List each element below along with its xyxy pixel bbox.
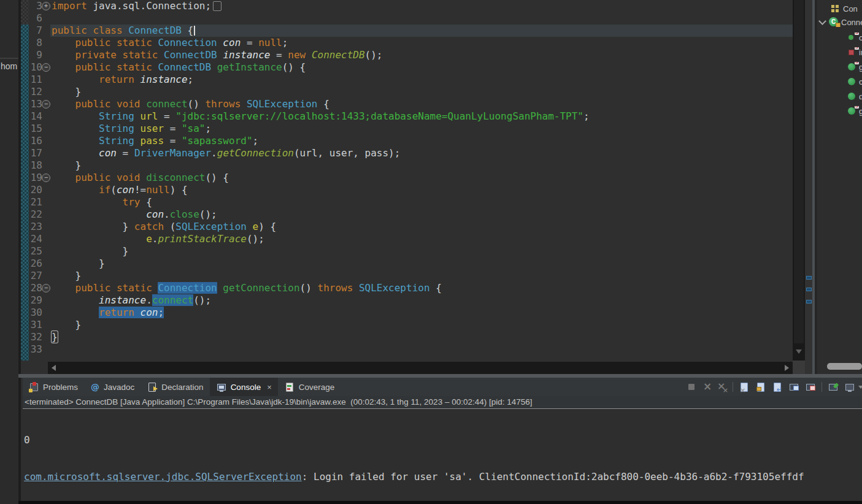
outline-item-class[interactable]: CConnectDB [817, 17, 862, 27]
code-line[interactable]: } [50, 331, 793, 343]
fold-expand-icon[interactable]: + [42, 2, 50, 10]
scroll-left-arrow-icon[interactable] [52, 365, 56, 371]
pin-console-icon[interactable] [829, 384, 837, 391]
code-line[interactable]: String user = "sa"; [50, 123, 793, 135]
dropdown-caret-icon[interactable] [858, 386, 862, 389]
overview-ruler[interactable] [805, 0, 812, 374]
line-number[interactable]: 16 [29, 135, 42, 147]
console-output[interactable]: 0 com.microsoft.sqlserver.jdbc.SQLServer… [23, 410, 862, 504]
line-number[interactable]: 32 [29, 331, 42, 343]
line-number[interactable]: 9 [29, 49, 42, 61]
close-tab-icon[interactable]: × [267, 383, 272, 392]
display-console-icon[interactable] [845, 384, 854, 391]
overview-annotation[interactable] [806, 288, 812, 291]
line-number[interactable]: 3 [29, 0, 42, 12]
line-number[interactable]: 12 [29, 86, 42, 98]
code-line[interactable]: public class ConnectDB { [50, 25, 793, 37]
line-number[interactable]: 25 [29, 245, 42, 258]
line-number[interactable]: 26 [29, 258, 42, 270]
code-line[interactable]: public static Connection con = null; [50, 37, 793, 49]
tab-coverage[interactable]: Coverage [278, 378, 341, 396]
code-line[interactable]: } [50, 319, 793, 331]
stacktrace-link[interactable]: com.microsoft.sqlserver.jdbc.SQLServerEx… [24, 471, 302, 483]
tab-console[interactable]: Console× [210, 378, 278, 396]
tab-javadoc[interactable]: Javadoc [84, 378, 140, 396]
line-number[interactable]: 31 [29, 319, 42, 331]
line-number[interactable]: 13 [29, 98, 42, 110]
line-number[interactable]: 30 [29, 307, 42, 319]
line-number-ruler[interactable]: 3678910111213141516171819202122232425262… [29, 0, 42, 361]
fold-collapse-icon[interactable]: − [42, 63, 50, 72]
code-line[interactable]: public void connect() throws SQLExceptio… [50, 98, 793, 110]
clear-console-icon[interactable] [741, 383, 748, 392]
code-line[interactable]: public static ConnectDB getInstance() { [50, 61, 793, 74]
outline-item-getInstance[interactable]: SgetInstance [817, 62, 862, 72]
overview-annotation[interactable] [806, 300, 812, 304]
line-number[interactable]: 23 [29, 221, 42, 233]
code-line[interactable]: } [50, 159, 793, 172]
code-line[interactable]: } [50, 270, 793, 282]
line-number[interactable]: 18 [29, 159, 42, 172]
line-number[interactable]: 15 [29, 123, 42, 135]
scroll-right-arrow-icon[interactable] [785, 365, 789, 371]
code-line[interactable]: return con; [50, 307, 793, 319]
chevron-down-icon[interactable] [818, 17, 826, 25]
code-line[interactable]: } [50, 86, 793, 98]
code-line[interactable]: String pass = "sapassword"; [50, 135, 793, 147]
outline-item-instance[interactable]: Sinstance [817, 47, 862, 57]
code-line[interactable] [50, 12, 793, 25]
fold-collapse-icon[interactable]: − [42, 174, 50, 182]
editor-horizontal-scrollbar[interactable] [48, 362, 793, 374]
code-line[interactable]: if(con!=null) { [50, 184, 793, 196]
line-number[interactable]: 21 [29, 196, 42, 208]
word-wrap-icon[interactable] [774, 383, 781, 392]
scrollbar-thumb[interactable] [794, 0, 804, 343]
code-line[interactable]: e.printStackTrace(); [50, 233, 793, 245]
folded-region-box[interactable] [213, 1, 221, 11]
scroll-lock-icon[interactable] [757, 383, 764, 392]
line-number[interactable]: 27 [29, 270, 42, 282]
outline-horizontal-scrollbar-thumb[interactable] [827, 363, 862, 370]
line-number[interactable]: 22 [29, 208, 42, 221]
code-line[interactable]: String url = "jdbc:sqlserver://localhost… [50, 110, 793, 123]
code-line[interactable]: import java.sql.Connection; [50, 0, 793, 12]
show-stdout-icon[interactable] [790, 384, 798, 391]
terminate-icon[interactable] [687, 382, 696, 392]
overview-annotation[interactable] [806, 276, 812, 280]
line-number[interactable]: 14 [29, 110, 42, 123]
line-number[interactable]: 17 [29, 147, 42, 159]
code-line[interactable]: } catch (SQLException e) { [50, 221, 793, 233]
code-line[interactable]: public void disconnect() { [50, 172, 793, 184]
code-line[interactable]: return instance; [50, 74, 793, 86]
fold-collapse-icon[interactable]: − [42, 284, 50, 292]
show-stderr-icon[interactable] [806, 384, 815, 391]
code-line[interactable]: public static Connection getConnection()… [50, 282, 793, 294]
line-number[interactable]: 8 [29, 37, 42, 49]
line-number[interactable]: 11 [29, 74, 42, 86]
editor-vertical-scrollbar[interactable] [793, 0, 805, 361]
outline-item-package[interactable]: Con [817, 4, 862, 13]
code-line[interactable]: con.close(); [50, 208, 793, 221]
code-line[interactable]: instance.connect(); [50, 294, 793, 307]
line-number[interactable]: 19 [29, 172, 42, 184]
line-number[interactable]: 10 [29, 61, 42, 74]
code-line[interactable] [50, 343, 793, 356]
line-number[interactable]: 24 [29, 233, 42, 245]
remove-launch-icon[interactable] [702, 382, 712, 392]
remove-all-launches-icon[interactable] [717, 382, 727, 392]
tab-declaration[interactable]: Declaration [140, 378, 209, 396]
line-number[interactable]: 29 [29, 294, 42, 307]
fold-collapse-icon[interactable]: − [42, 100, 50, 109]
outline-item-con[interactable]: Scon [817, 32, 862, 42]
scroll-down-arrow-icon[interactable] [796, 349, 802, 354]
code-line[interactable]: } [50, 245, 793, 258]
line-number[interactable]: 20 [29, 184, 42, 196]
outline-item-disconnect[interactable]: disconnect [817, 91, 862, 101]
outline-item-getConnection[interactable]: SgetConnection [817, 106, 862, 116]
line-number[interactable]: 7 [29, 25, 42, 37]
code-line[interactable]: try { [50, 196, 793, 208]
line-number[interactable]: 6 [29, 12, 42, 25]
line-number[interactable]: 33 [29, 343, 42, 356]
outline-panel[interactable]: ConCConnectDBSconSinstanceSgetInstanceco… [817, 0, 862, 374]
code-area[interactable]: import java.sql.Connection;public class … [50, 0, 793, 361]
